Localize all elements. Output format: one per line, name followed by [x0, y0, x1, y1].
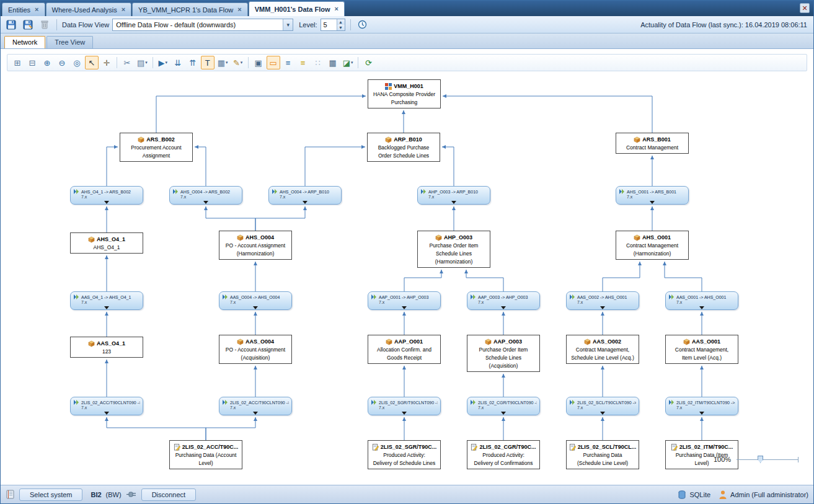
- save-all-icon[interactable]: [21, 18, 35, 32]
- node-aas-o004[interactable]: AAS_O004PO - Account Assignment(Acquisit…: [219, 335, 292, 364]
- node-aas-o001[interactable]: AAS_O001Contract Management,Item Level (…: [665, 335, 738, 364]
- disconnect-button[interactable]: Disconnect: [141, 489, 196, 501]
- tab-close-icon[interactable]: ×: [334, 6, 338, 12]
- transformation-aas-o004-ahs-o004[interactable]: AAS_O004 -> AHS_O0047.x: [219, 291, 292, 310]
- tab-close-icon[interactable]: ×: [35, 6, 38, 13]
- transformation-2lis-02-sgr-t90clnt090[interactable]: 2LIS_02_SGR/T90CLNT090 ->...7.x: [368, 397, 441, 415]
- expand-all-icon[interactable]: ⇈: [186, 56, 200, 69]
- transformation-aas-o001-ahs-o001[interactable]: AAS_O001 -> AHS_O0017.x: [665, 291, 738, 310]
- save-icon[interactable]: [4, 18, 18, 32]
- transformation-ahs-o004-arp-b010[interactable]: AHS_O004 -> ARP_B0107.x: [268, 186, 342, 205]
- chevron-down-icon[interactable]: [253, 412, 258, 415]
- tab-close-icon[interactable]: ×: [122, 6, 125, 13]
- transformation-2lis-02-scl-t90clnt090[interactable]: 2LIS_02_SCL/T90CLNT090 ->...7.x: [566, 397, 639, 415]
- chevron-down-icon[interactable]: [699, 412, 704, 415]
- document-tab-yb-vmm-hcpr-1-s-data-flow[interactable]: YB_VMM_HCPR 1's Data Flow×: [132, 2, 248, 16]
- transformation-2lis-02-itm-t90clnt090[interactable]: 2LIS_02_ITM/T90CLNT090 ->...7.x: [665, 397, 738, 415]
- chevron-down-icon[interactable]: ▾: [351, 60, 353, 65]
- sync-time-icon[interactable]: [356, 18, 369, 32]
- layers-front-icon[interactable]: ≡: [281, 56, 295, 69]
- transformation-2lis-02-cgr-t90clnt090[interactable]: 2LIS_02_CGR/T90CLNT090 ->...7.x: [467, 397, 540, 415]
- chevron-down-icon[interactable]: [203, 201, 208, 204]
- chevron-down-icon[interactable]: [104, 201, 109, 204]
- transformation-ahs-o004-ars-b002[interactable]: AHS_O004 -> ARS_B0027.x: [169, 186, 242, 205]
- chevron-down-icon[interactable]: [402, 306, 407, 309]
- node-ahp-o003[interactable]: AHP_O003Purchase Order ItemSchedule Line…: [417, 231, 490, 268]
- tab-close-icon[interactable]: ×: [237, 6, 241, 13]
- level-stepper[interactable]: 5 ▲▼: [321, 19, 345, 31]
- transformation-aap-o003-ahp-o003[interactable]: AAP_O003 -> AHP_O0037.x: [467, 291, 540, 310]
- chevron-down-icon[interactable]: [600, 306, 605, 309]
- document-tab-vmm-h001-s-data-flow[interactable]: VMM_H001's Data Flow×: [249, 1, 345, 16]
- tab-network[interactable]: Network: [4, 36, 45, 48]
- document-tab-entities[interactable]: Entities×: [2, 2, 45, 16]
- transformation-aas-o002-ahs-o001[interactable]: AAS_O002 -> AHS_O0017.x: [566, 291, 639, 310]
- frame-tool-icon[interactable]: ▭: [267, 56, 280, 69]
- pointer-tool-icon[interactable]: ↖: [85, 56, 99, 69]
- navigate-icon[interactable]: ▶▾: [156, 56, 170, 69]
- zoom-region-icon[interactable]: ◎: [70, 56, 84, 69]
- chevron-down-icon[interactable]: [451, 201, 456, 204]
- zoom-slider-thumb[interactable]: [758, 456, 763, 463]
- layout-options-icon[interactable]: ▤▾: [135, 56, 149, 69]
- transformation-aap-o001-ahp-o003[interactable]: AAP_O001 -> AHP_O0037.x: [368, 291, 441, 310]
- zoom-in-icon[interactable]: ⊕: [40, 56, 54, 69]
- node-ahs-o004[interactable]: AHS_O004PO - Account Assignment(Harmoniz…: [219, 231, 292, 260]
- chevron-down-icon[interactable]: [104, 412, 109, 415]
- close-icon[interactable]: ✕: [800, 3, 810, 13]
- tab-tree-view[interactable]: Tree View: [46, 36, 93, 48]
- overview-grid-icon[interactable]: ⊞: [11, 56, 24, 69]
- chevron-down-icon[interactable]: ▾: [283, 19, 293, 30]
- node-ars-b002[interactable]: ARS_B002Procurement AccountAssignment: [120, 133, 193, 162]
- chevron-down-icon[interactable]: [104, 306, 109, 309]
- node-ds-sgr[interactable]: 2LIS_02_SGR/T90C...Produced Activity:Del…: [368, 440, 441, 469]
- hierarchy-view-icon[interactable]: ▦▾: [216, 56, 230, 69]
- chevron-down-icon[interactable]: ▾: [145, 60, 148, 65]
- transformation-aas-o4-1-ahs-o4-1[interactable]: AAS_O4_1 -> AHS_O4_17.x: [70, 291, 143, 310]
- node-ars-b001[interactable]: ARS_B001Contract Management: [616, 133, 689, 154]
- chart-view-icon[interactable]: ◪▾: [341, 56, 355, 69]
- print-icon[interactable]: ▣: [252, 56, 265, 69]
- transformation-ahs-o001-ars-b001[interactable]: AHS_O001 -> ARS_B0017.x: [616, 186, 689, 205]
- text-tool-icon[interactable]: T: [201, 56, 215, 69]
- select-system-button[interactable]: Select system: [19, 489, 82, 501]
- data-flow-select[interactable]: Offline Data Flow - default (downwards) …: [112, 19, 293, 31]
- node-ahs-o001[interactable]: AHS_O001Contract Management(Harmonizatio…: [616, 231, 689, 260]
- cut-icon[interactable]: ✂: [120, 56, 134, 69]
- node-ds-cgr[interactable]: 2LIS_02_CGR/T90C...Produced Activity:Del…: [467, 440, 540, 469]
- chevron-down-icon[interactable]: ▾: [166, 60, 168, 65]
- chevron-down-icon[interactable]: [600, 412, 605, 415]
- transformation-2lis-02-acc-t90clnt090[interactable]: 2LIS_02_ACC/T90CLNT090 ->...7.x: [70, 397, 143, 415]
- spin-down-icon[interactable]: ▼: [337, 25, 345, 30]
- transformation-ahp-o003-arp-b010[interactable]: AHP_O003 -> ARP_B0107.x: [417, 186, 490, 205]
- transformation-ahs-o4-1-ars-b002[interactable]: AHS_O4_1 -> ARS_B0027.x: [70, 186, 143, 205]
- snap-grid-icon[interactable]: ∷: [311, 56, 325, 69]
- annotate-icon[interactable]: ✎▾: [231, 56, 245, 69]
- spin-up-icon[interactable]: ▲: [337, 19, 345, 25]
- system-list-icon[interactable]: [6, 490, 15, 499]
- chevron-down-icon[interactable]: [699, 306, 704, 309]
- chevron-down-icon[interactable]: [303, 201, 307, 204]
- birdseye-view-icon[interactable]: ⊟: [25, 56, 39, 69]
- node-aap-o003[interactable]: AAP_O003Purchase Order ItemSchedule Line…: [467, 335, 540, 372]
- chevron-down-icon[interactable]: [253, 306, 258, 309]
- diagram-canvas[interactable]: ⊞⊟⊕⊖◎↖✛✂▤▾▶▾⇊⇈T▦▾✎▾▣▭≡≡∷▦◪▾⟳ VMM_H001HAN…: [1, 49, 813, 485]
- chevron-down-icon[interactable]: [501, 412, 506, 415]
- chevron-down-icon[interactable]: [650, 201, 655, 204]
- chevron-down-icon[interactable]: ▾: [226, 60, 228, 65]
- zoom-out-icon[interactable]: ⊖: [55, 56, 69, 69]
- collapse-all-icon[interactable]: ⇊: [171, 56, 185, 69]
- node-ds-scl[interactable]: 2LIS_02_SCL/T90CL...Purchasing Data(Sche…: [566, 440, 639, 469]
- node-aas-o002[interactable]: AAS_O002Contract Management,Schedule Lin…: [566, 335, 639, 364]
- refresh-icon[interactable]: ⟳: [361, 56, 375, 69]
- layers-back-icon[interactable]: ≡: [296, 56, 310, 69]
- node-arp-b010[interactable]: ARP_B010Backlogged PurchaseOrder Schedul…: [367, 133, 440, 162]
- table-view-icon[interactable]: ▦: [326, 56, 340, 69]
- node-ds-acc[interactable]: 2LIS_02_ACC/T90C...Purchasing Data (Acco…: [169, 440, 242, 469]
- transformation-2lis-02-acc-t90clnt090[interactable]: 2LIS_02_ACC/T90CLNT090 ->...7.x: [219, 397, 292, 415]
- node-ahs-o4-1[interactable]: AHS_O4_1AHS_O4_1: [70, 232, 143, 254]
- delete-icon[interactable]: [38, 18, 51, 32]
- chevron-down-icon[interactable]: ▾: [241, 60, 243, 65]
- chevron-down-icon[interactable]: [501, 306, 506, 309]
- document-tab-where-used-analysis[interactable]: Where-Used Analysis×: [46, 2, 132, 16]
